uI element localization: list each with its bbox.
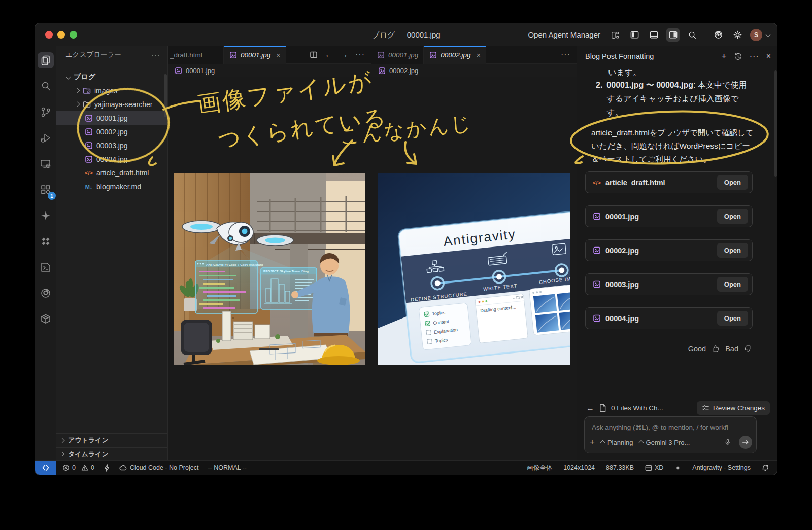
image-filesize-status[interactable]: 887.33KB <box>606 464 634 471</box>
timeline-section[interactable]: タイムライン <box>56 447 167 461</box>
file-label: article_draft.html <box>96 169 149 177</box>
account-chevron-icon[interactable] <box>766 32 771 38</box>
breadcrumb[interactable]: 00002.jpg <box>371 64 577 77</box>
tree-file-blogmaker-md[interactable]: M↓ blogmaker.md <box>56 180 167 193</box>
split-editor-icon[interactable] <box>310 51 318 59</box>
file-card-00004[interactable]: 00004.jpg Open <box>585 307 753 329</box>
holo-screen-code: ANTIGRAVITY: Code + Copy Assistant <box>195 261 263 313</box>
navigate-forward-icon[interactable]: → <box>340 50 348 59</box>
send-button[interactable] <box>739 436 752 449</box>
file-label: 00003.jpg <box>96 142 128 150</box>
sparkle-status-icon[interactable] <box>674 465 681 471</box>
mic-icon[interactable] <box>724 438 732 446</box>
vim-mode-indicator[interactable]: -- NORMAL -- <box>208 464 247 471</box>
good-feedback-button[interactable]: Good <box>688 345 706 353</box>
explorer-icon[interactable] <box>38 52 54 68</box>
shutter-spiral-icon[interactable] <box>38 285 54 301</box>
remote-indicator[interactable] <box>35 461 56 475</box>
chat-input-box[interactable]: Ask anything (⌘L), @ to mention, / for w… <box>584 416 757 453</box>
ai-sparkle-icon[interactable] <box>38 207 54 224</box>
breadcrumb[interactable]: 00001.jpg <box>168 64 371 77</box>
file-card-00003[interactable]: 00003.jpg Open <box>585 273 753 295</box>
open-button[interactable]: Open <box>717 175 748 190</box>
tree-root-folder[interactable]: ブログ <box>56 70 167 84</box>
run-debug-icon[interactable] <box>38 130 54 146</box>
extensions-icon[interactable]: 1 <box>38 182 54 198</box>
bad-feedback-button[interactable]: Bad <box>725 345 738 353</box>
toggle-left-panel-icon[interactable] <box>628 28 641 42</box>
search-icon[interactable] <box>686 28 699 42</box>
tab-00001-jpg[interactable]: 00001.jpg × <box>224 46 286 64</box>
diamonds-icon[interactable] <box>38 233 54 250</box>
review-changes-label: Review Changes <box>713 404 765 412</box>
file-card-name: 00004.jpg <box>605 314 713 323</box>
editor-more-icon[interactable]: ··· <box>561 50 570 59</box>
toggle-bottom-panel-icon[interactable] <box>647 28 660 42</box>
explorer-more-icon[interactable]: ··· <box>151 51 160 59</box>
open-button[interactable]: Open <box>717 243 748 258</box>
image-file-icon <box>174 66 182 75</box>
tab-00001-jpg-inactive[interactable]: 00001.jpg <box>371 46 424 64</box>
review-changes-button[interactable]: Review Changes <box>697 401 770 415</box>
antigravity-settings-status[interactable]: Antigravity - Settings <box>692 464 751 471</box>
image-viewer-00002: Antigravity <box>371 77 577 461</box>
lightning-icon[interactable] <box>104 464 110 472</box>
close-tab-icon[interactable]: × <box>477 51 481 59</box>
chevron-up-icon <box>638 440 644 445</box>
agent-manager-icon[interactable] <box>608 28 622 42</box>
open-button[interactable]: Open <box>717 311 748 326</box>
open-agent-manager-button[interactable]: Open Agent Manager <box>528 30 600 39</box>
xd-status[interactable]: XD <box>645 464 663 471</box>
remote-explorer-icon[interactable] <box>38 156 54 172</box>
thumbs-up-icon[interactable] <box>711 344 720 354</box>
tab-article-draft-html[interactable]: _draft.html <box>168 46 224 64</box>
terminal-icon[interactable] <box>38 259 54 275</box>
tree-file-00001-jpg[interactable]: 00001.jpg <box>56 111 167 125</box>
thumbs-down-icon[interactable] <box>743 344 753 354</box>
image-dimensions-status[interactable]: 1024x1024 <box>563 464 595 471</box>
tree-folder-images[interactable]: images <box>56 84 167 97</box>
container-cube-icon[interactable] <box>38 311 54 327</box>
notifications-bell-icon[interactable] <box>762 464 769 472</box>
file-card-00002[interactable]: 00002.jpg Open <box>585 239 753 261</box>
attach-plus-icon[interactable]: + <box>590 437 595 447</box>
checklist-card: Topics Content Explanation Topics <box>419 302 471 350</box>
panel-more-icon[interactable]: ··· <box>750 52 759 61</box>
new-conversation-icon[interactable]: + <box>721 51 727 62</box>
browser-icon[interactable] <box>712 28 725 42</box>
file-card-00001[interactable]: 00001.jpg Open <box>585 205 753 227</box>
settings-gear-icon[interactable] <box>731 28 744 42</box>
history-icon[interactable] <box>734 52 742 61</box>
open-button[interactable]: Open <box>717 277 748 292</box>
tree-file-00004-jpg[interactable]: 00004.jpg <box>56 152 167 166</box>
outline-section[interactable]: アウトライン <box>56 433 167 447</box>
image-zoom-status[interactable]: 画像全体 <box>527 464 552 472</box>
open-button[interactable]: Open <box>717 209 748 224</box>
tree-file-article-draft-html[interactable]: </> article_draft.html <box>56 166 167 180</box>
outline-label: アウトライン <box>68 436 109 445</box>
editor-more-icon[interactable]: ··· <box>355 50 365 59</box>
back-arrow-icon[interactable]: ← <box>586 404 594 413</box>
sidebar-scrollbar[interactable] <box>164 74 167 117</box>
file-card-name: 00002.jpg <box>605 246 713 255</box>
user-avatar[interactable]: S <box>750 29 762 41</box>
tree-file-00003-jpg[interactable]: 00003.jpg <box>56 138 167 152</box>
model-dropdown[interactable]: Gemini 3 Pro... <box>639 439 690 446</box>
planning-mode-dropdown[interactable]: Planning <box>601 439 633 446</box>
image-grid <box>529 283 570 335</box>
file-card-article-draft[interactable]: </> article_draft.html Open <box>585 171 753 193</box>
problems-indicator[interactable]: 0 0 <box>62 464 94 471</box>
panel-scrollbar[interactable] <box>774 70 777 177</box>
toggle-right-panel-icon[interactable] <box>666 28 680 42</box>
tab-00002-jpg[interactable]: 00002.jpg × <box>424 46 486 64</box>
extensions-badge: 1 <box>48 192 56 200</box>
message-tail-text: います。 <box>608 65 641 79</box>
close-panel-icon[interactable]: × <box>766 52 771 61</box>
navigate-back-icon[interactable]: ← <box>325 50 333 59</box>
close-tab-icon[interactable]: × <box>276 51 280 59</box>
tree-folder-yajimaya-searcher[interactable]: yajimaya-searcher <box>56 97 167 111</box>
search-sidebar-icon[interactable] <box>38 78 54 94</box>
tree-file-00002-jpg[interactable]: 00002.jpg <box>56 125 167 138</box>
cloud-code-status[interactable]: Cloud Code - No Project <box>119 464 198 471</box>
source-control-icon[interactable] <box>38 104 54 120</box>
